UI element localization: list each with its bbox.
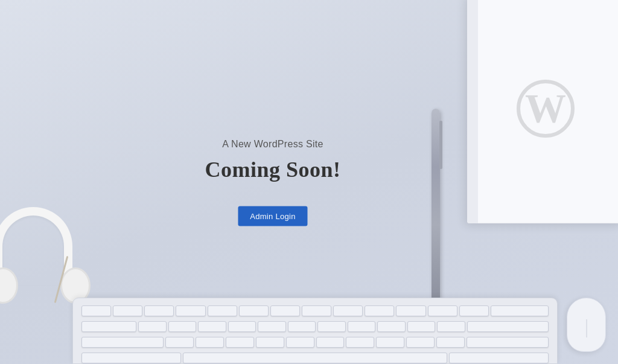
key — [288, 321, 316, 332]
key-space — [183, 353, 447, 363]
site-subtitle: A New WordPress Site — [205, 138, 340, 149]
key — [138, 321, 167, 332]
notebook-decoration: W — [467, 0, 618, 223]
wordpress-logo: W — [515, 78, 576, 139]
key — [346, 337, 374, 348]
key — [377, 321, 406, 332]
pen-clip — [439, 121, 442, 169]
key — [196, 337, 224, 348]
key — [239, 305, 269, 316]
main-heading: Coming Soon! — [205, 156, 340, 182]
key — [113, 305, 142, 316]
key — [428, 305, 457, 316]
keyboard-row-3 — [77, 334, 553, 350]
key — [491, 305, 549, 316]
key — [81, 321, 136, 332]
pen-decoration — [432, 109, 440, 302]
key — [208, 305, 237, 316]
key — [302, 305, 331, 316]
keyboard-row-4 — [77, 350, 553, 364]
key — [467, 337, 549, 348]
keyboard-row-1 — [77, 303, 553, 319]
key — [437, 321, 465, 332]
key — [176, 305, 205, 316]
key — [396, 305, 425, 316]
key — [449, 353, 549, 363]
key — [459, 305, 489, 316]
notebook-spine — [467, 0, 478, 223]
key — [168, 321, 197, 332]
key — [365, 305, 394, 316]
center-content: A New WordPress Site Coming Soon! Admin … — [205, 138, 340, 226]
key — [407, 321, 436, 332]
key — [198, 321, 226, 332]
key — [144, 305, 174, 316]
key — [226, 337, 254, 348]
key — [406, 337, 435, 348]
key — [317, 321, 346, 332]
key — [81, 305, 111, 316]
mouse-decoration — [567, 298, 606, 352]
admin-login-button[interactable]: Admin Login — [238, 206, 308, 226]
key — [316, 337, 345, 348]
key — [165, 337, 194, 348]
key — [258, 321, 286, 332]
key — [286, 337, 314, 348]
keyboard-decoration — [72, 298, 558, 364]
key — [81, 337, 164, 348]
key — [228, 321, 256, 332]
key — [270, 305, 300, 316]
mouse-divider — [586, 319, 587, 337]
key — [467, 321, 549, 332]
svg-text:W: W — [525, 85, 566, 131]
key — [348, 321, 376, 332]
key — [436, 337, 465, 348]
key — [81, 353, 181, 363]
key — [256, 337, 284, 348]
key — [376, 337, 404, 348]
keyboard-row-2 — [77, 319, 553, 334]
keyboard-rows — [73, 298, 557, 364]
key — [333, 305, 363, 316]
